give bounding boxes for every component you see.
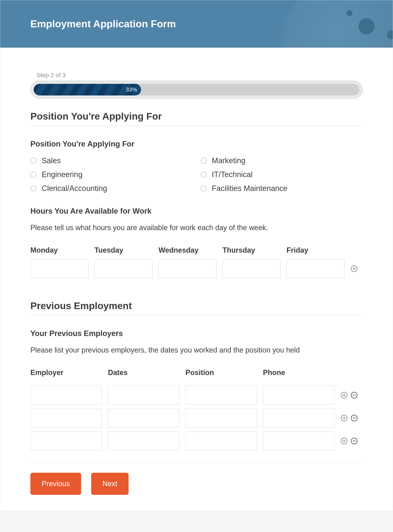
form-header: Employment Application Form — [0, 0, 393, 48]
employer-input[interactable] — [30, 409, 102, 427]
radio-option-sales[interactable]: Sales — [30, 156, 193, 165]
day-label-thursday: Thursday — [223, 246, 280, 254]
employer-header-row: Employer Dates Position Phone — [30, 368, 363, 382]
day-label-tuesday: Tuesday — [94, 246, 152, 254]
day-column: Tuesday — [94, 246, 152, 278]
row-actions — [340, 409, 363, 427]
dates-input[interactable] — [108, 386, 179, 405]
add-row-icon[interactable] — [340, 437, 348, 445]
phone-input[interactable] — [263, 431, 334, 451]
employer-input[interactable] — [30, 431, 102, 451]
hours-grid: Monday Tuesday Wednesday Thursday Friday — [30, 246, 363, 278]
position-input[interactable] — [186, 386, 257, 405]
radio-label: Sales — [42, 156, 61, 165]
radio-icon — [201, 186, 207, 192]
col-header-phone: Phone — [263, 368, 334, 377]
radio-label: Marketing — [212, 156, 246, 165]
radio-option-engineering[interactable]: Engineering — [30, 170, 193, 179]
progress-bar: 33% — [30, 81, 363, 99]
employer-row — [30, 386, 363, 405]
employer-row — [30, 409, 363, 427]
add-row-icon[interactable] — [340, 414, 348, 422]
radio-option-facilities[interactable]: Facilities Maintenance — [201, 184, 363, 193]
hours-input-thursday[interactable] — [223, 259, 280, 278]
radio-option-clerical[interactable]: Clerical/Accounting — [30, 184, 193, 193]
previous-help-text: Please list your previous employers, the… — [30, 346, 363, 354]
previous-button[interactable]: Previous — [30, 473, 81, 495]
position-field-label: Position You're Applying For — [30, 140, 363, 148]
add-row-icon[interactable] — [340, 392, 348, 399]
employer-row — [30, 431, 363, 451]
hours-help-text: Please tell us what hours you are availa… — [30, 224, 363, 232]
day-column: Friday — [287, 246, 344, 278]
progress-percent: 33% — [126, 86, 137, 93]
day-column: Monday — [30, 246, 88, 278]
remove-row-icon[interactable] — [351, 392, 358, 399]
step-indicator: Step 2 of 3 — [36, 72, 363, 79]
dates-input[interactable] — [108, 431, 179, 451]
day-column: Thursday — [223, 246, 280, 278]
day-column: Wednesday — [158, 246, 216, 278]
row-actions — [340, 386, 363, 405]
row-actions — [340, 431, 363, 451]
decorative-dot — [387, 30, 393, 39]
position-input[interactable] — [186, 431, 257, 451]
day-label-monday: Monday — [30, 246, 88, 254]
radio-icon — [30, 186, 36, 192]
radio-icon — [201, 172, 207, 178]
position-input[interactable] — [186, 409, 257, 427]
progress-fill: 33% — [34, 84, 141, 96]
remove-row-icon[interactable] — [351, 437, 358, 445]
form-title: Employment Application Form — [30, 18, 176, 30]
employer-input[interactable] — [30, 386, 102, 405]
col-header-position: Position — [186, 368, 257, 377]
nav-buttons: Previous Next — [30, 473, 363, 495]
remove-row-icon[interactable] — [351, 414, 358, 422]
radio-label: IT/Technical — [212, 170, 253, 179]
radio-label: Clerical/Accounting — [42, 184, 107, 193]
hours-input-wednesday[interactable] — [158, 259, 216, 278]
add-row-icon[interactable] — [351, 265, 358, 272]
hours-row-actions — [351, 259, 363, 278]
position-options: Sales Marketing Engineering IT/Technical… — [30, 156, 363, 193]
separator — [30, 462, 363, 463]
day-label-friday: Friday — [287, 246, 344, 254]
decorative-dot — [359, 18, 375, 34]
dates-input[interactable] — [108, 409, 179, 427]
phone-input[interactable] — [263, 386, 334, 405]
radio-option-it[interactable]: IT/Technical — [201, 170, 363, 179]
day-label-wednesday: Wednesday — [158, 246, 216, 254]
decorative-dot — [347, 10, 353, 16]
hours-input-tuesday[interactable] — [94, 259, 152, 278]
section-title-position: Position You're Applying For — [30, 111, 363, 126]
radio-option-marketing[interactable]: Marketing — [201, 156, 363, 165]
radio-icon — [201, 158, 207, 164]
hours-input-monday[interactable] — [30, 259, 88, 278]
radio-icon — [30, 172, 36, 178]
hours-field-label: Hours You Are Available for Work — [30, 207, 363, 216]
radio-icon — [30, 158, 36, 164]
hours-input-friday[interactable] — [287, 259, 344, 278]
decorative-planet — [280, 0, 393, 48]
section-title-previous: Previous Employment — [30, 300, 363, 315]
next-button[interactable]: Next — [91, 473, 129, 495]
previous-field-label: Your Previous Employers — [30, 329, 363, 338]
col-header-employer: Employer — [30, 368, 102, 377]
phone-input[interactable] — [263, 409, 334, 427]
radio-label: Facilities Maintenance — [212, 184, 288, 193]
col-header-dates: Dates — [108, 368, 179, 377]
radio-label: Engineering — [42, 170, 83, 179]
